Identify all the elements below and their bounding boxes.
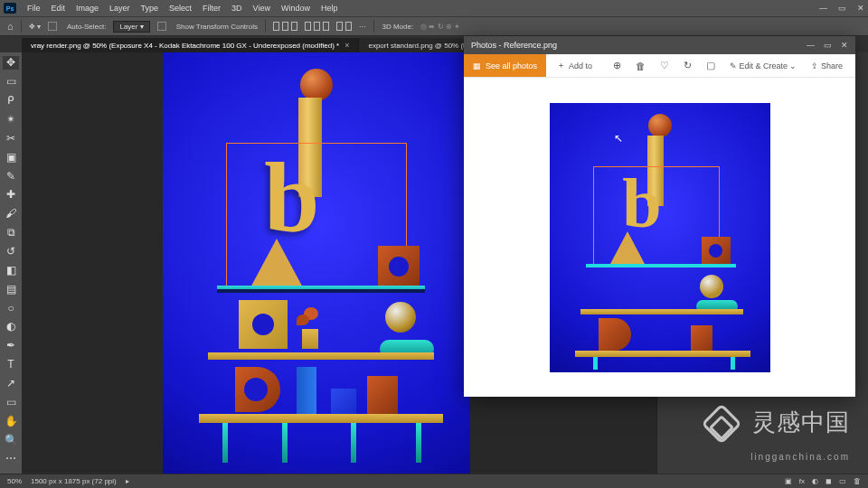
doc-dimensions[interactable]: 1500 px x 1875 px (72 ppi) [31,477,117,485]
status-icon[interactable]: ◼ [826,477,832,485]
artwork-wedge-orange [235,367,280,412]
photos-maximize-icon[interactable]: ▭ [824,41,832,50]
tool-move[interactable]: ✥ [3,56,19,70]
photos-toolbar: ▦ See all photos ＋ Add to ⊕ 🗑 ♡ ↻ ▢ ✎ Ed… [464,54,855,78]
tool-blur[interactable]: ○ [3,301,19,314]
photos-close-icon[interactable]: ✕ [841,41,848,50]
photos-window-title: Photos - Reference.png [471,41,557,50]
menu-window[interactable]: Window [281,4,310,13]
artwork-plant [298,304,322,349]
artwork-box-yellow [239,300,288,349]
status-icon[interactable]: ◐ [812,477,818,485]
menu-image[interactable]: Image [76,4,99,13]
tool-type[interactable]: T [3,358,19,371]
reference-image: b [550,103,770,372]
tool-edit-toolbar[interactable]: ⋯ [3,452,19,465]
close-icon[interactable]: ✕ [857,4,864,13]
show-transform-checkbox[interactable] [157,22,166,31]
artwork-cylinder-blue [297,367,316,416]
photos-app-window[interactable]: Photos - Reference.png — ▭ ✕ ▦ See all p… [464,36,855,397]
collapsed-panels-gutter[interactable] [855,52,868,488]
more-options-icon[interactable]: ⋯ [359,23,366,31]
menu-type[interactable]: Type [141,4,159,13]
artwork-shelf-shadow [217,289,425,293]
tool-marquee[interactable]: ▭ [3,75,19,89]
align-controls[interactable] [273,22,352,31]
share-button[interactable]: ⇪ Share [811,61,843,70]
minimize-icon[interactable]: — [819,4,827,13]
delete-icon[interactable]: 🗑 [636,61,646,71]
menu-file[interactable]: File [27,4,41,13]
tool-frame[interactable]: ▣ [3,150,19,164]
zoom-level[interactable]: 50% [7,477,22,485]
crop-icon[interactable]: ▢ [706,60,715,71]
tool-healing[interactable]: ✚ [3,188,19,202]
watermark: 灵感中国 lingganchina.com [707,407,850,466]
tool-crop[interactable]: ✂ [3,131,19,145]
see-all-label: See all photos [486,61,537,70]
status-right-icons: ▣ fx ◐ ◼ ▭ 🗑 [785,477,861,485]
tool-hand[interactable]: ✋ [3,414,19,427]
artwork-table-leg [351,423,356,463]
tool-shape[interactable]: ▭ [3,395,19,408]
menu-layer[interactable]: Layer [109,4,130,13]
tool-brush[interactable]: 🖌 [3,207,19,221]
tool-pen[interactable]: ✒ [3,339,19,352]
tool-history-brush[interactable]: ↺ [3,245,19,258]
menu-bar: Ps File Edit Image Layer Type Select Fil… [0,0,868,16]
artwork-sphere-2 [385,302,416,333]
status-icon[interactable]: ▣ [785,477,792,485]
tool-eyedropper[interactable]: ✎ [3,169,19,183]
status-icon[interactable]: ▭ [839,477,846,485]
menu-filter[interactable]: Filter [203,4,221,13]
plus-icon: ＋ [557,60,565,71]
auto-select-checkbox[interactable] [48,22,57,31]
photos-titlebar[interactable]: Photos - Reference.png — ▭ ✕ [464,36,855,54]
watermark-url: lingganchina.com [750,452,850,462]
photos-minimize-icon[interactable]: — [807,41,815,50]
artwork-cube-blue [331,389,356,416]
photoshop-logo-icon: Ps [4,3,16,14]
auto-select-label: Auto-Select: [67,23,107,31]
maximize-icon[interactable]: ▭ [838,4,846,13]
auto-select-target[interactable]: Layer ▾ [113,21,149,33]
menu-help[interactable]: Help [321,4,338,13]
rotate-icon[interactable]: ↻ [684,60,692,71]
tool-dodge[interactable]: ◐ [3,320,19,333]
watermark-logo-icon [701,403,741,444]
tab-label: vray render.png @ 50% (Exposure X4 - Kod… [31,42,339,50]
tab-close-icon[interactable]: × [344,41,349,50]
tool-path-select[interactable]: ↗ [3,377,19,390]
artwork-table-leg [416,423,421,463]
move-tool-icon[interactable]: ✥ ▾ [29,23,41,31]
document-canvas[interactable]: b [163,52,470,479]
3d-mode-icons[interactable]: ◎ ⬌ ↻ ⊕ ✦ [420,23,460,31]
see-all-photos-button[interactable]: ▦ See all photos [464,54,546,77]
artwork-table-leg [282,423,288,463]
menu-edit[interactable]: Edit [52,4,66,13]
tab-document-1[interactable]: vray render.png @ 50% (Exposure X4 - Kod… [22,38,359,52]
add-to-label: Add to [569,61,592,70]
menu-view[interactable]: View [253,4,270,13]
zoom-icon[interactable]: ⊕ [613,60,621,71]
artwork-cube-orange-2 [367,376,398,416]
edit-create-button[interactable]: ✎ Edit & Create ⌄ [730,61,797,70]
tool-gradient[interactable]: ▤ [3,282,19,296]
menu-select[interactable]: Select [169,4,192,13]
tool-lasso[interactable]: ᑭ [3,94,19,108]
tool-clone[interactable]: ⧉ [3,226,19,239]
favorite-icon[interactable]: ♡ [660,60,669,71]
tool-zoom[interactable]: 🔍 [3,433,19,446]
home-icon[interactable]: ⌂ [7,21,14,32]
artwork-shelf-wood [208,352,434,360]
doc-info-chevron-icon[interactable]: ▸ [126,477,129,485]
tools-panel: ✥▭ᑭ✴✂▣✎✚🖌⧉↺◧▤○◐✒T↗▭✋🔍⋯ [0,52,22,488]
tool-quick-select[interactable]: ✴ [3,113,19,127]
status-trash-icon[interactable]: 🗑 [854,477,861,485]
canvas-artwork: b [163,52,470,479]
photos-viewer[interactable]: ↖ b [464,78,855,397]
add-to-button[interactable]: ＋ Add to [546,60,603,71]
tool-eraser[interactable]: ◧ [3,263,19,277]
status-icon[interactable]: fx [799,477,805,485]
menu-3d[interactable]: 3D [231,4,242,13]
